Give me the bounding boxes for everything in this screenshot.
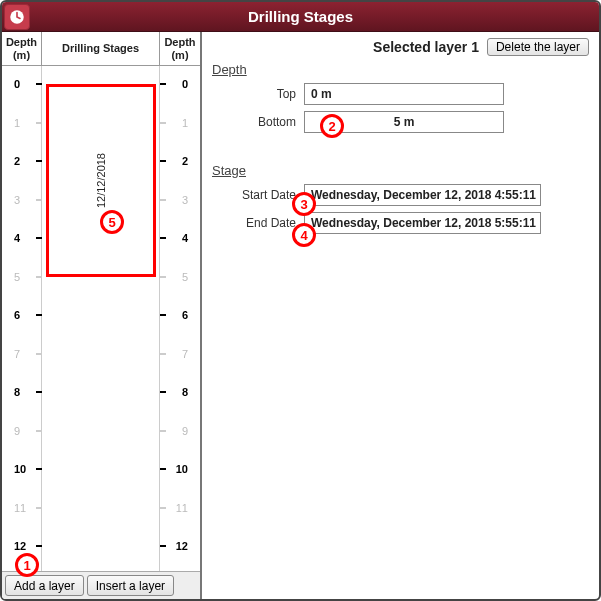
col-header-depth-right: Depth (m) — [160, 32, 200, 65]
end-date-row: End Date Wednesday, December 12, 2018 5:… — [212, 212, 589, 234]
delete-layer-button[interactable]: Delete the layer — [487, 38, 589, 56]
chart-area[interactable]: 0011223344556677889910101111121212/12/20… — [2, 66, 200, 571]
depth-tick: 66 — [2, 308, 200, 322]
depth-tick: 99 — [2, 424, 200, 438]
depth-group-label: Depth — [212, 62, 589, 77]
stage-layer-label: 12/12/2018 — [95, 153, 107, 208]
bottom-label: Bottom — [212, 115, 300, 129]
left-panel: Depth (m) Drilling Stages Depth (m) 0011… — [2, 32, 202, 599]
top-input[interactable]: 0 m — [304, 83, 504, 105]
clock-icon — [4, 4, 30, 30]
titlebar: Drilling Stages — [2, 2, 599, 32]
bottom-row: Bottom 5 m — [212, 111, 589, 133]
start-date-label: Start Date — [212, 188, 300, 202]
right-panel: Selected layer 1 Delete the layer Depth … — [202, 32, 599, 599]
top-label: Top — [212, 87, 300, 101]
end-date-input[interactable]: Wednesday, December 12, 2018 5:55:11 PM — [304, 212, 541, 234]
left-panel-footer: Add a layer Insert a layer — [2, 571, 200, 599]
depth-tick: 88 — [2, 385, 200, 399]
depth-tick: 77 — [2, 347, 200, 361]
stage-group-label: Stage — [212, 163, 589, 178]
top-row: Top 0 m — [212, 83, 589, 105]
depth-tick: 1010 — [2, 462, 200, 476]
start-date-row: Start Date Wednesday, December 12, 2018 … — [212, 184, 589, 206]
end-date-label: End Date — [212, 216, 300, 230]
bottom-input[interactable]: 5 m — [304, 111, 504, 133]
chart-header: Depth (m) Drilling Stages Depth (m) — [2, 32, 200, 66]
col-header-stages: Drilling Stages — [42, 32, 160, 65]
start-date-input[interactable]: Wednesday, December 12, 2018 4:55:11 PM — [304, 184, 541, 206]
insert-layer-button[interactable]: Insert a layer — [87, 575, 174, 596]
depth-tick: 1212 — [2, 539, 200, 553]
col-header-depth-left: Depth (m) — [2, 32, 42, 65]
stage-layer[interactable]: 12/12/2018 — [46, 84, 156, 277]
selected-layer-row: Selected layer 1 Delete the layer — [212, 38, 589, 56]
add-layer-button[interactable]: Add a layer — [5, 575, 84, 596]
depth-tick: 1111 — [2, 501, 200, 515]
selected-layer-label: Selected layer 1 — [373, 39, 479, 55]
window: Drilling Stages Depth (m) Drilling Stage… — [0, 0, 601, 601]
window-title: Drilling Stages — [2, 8, 599, 25]
body: Depth (m) Drilling Stages Depth (m) 0011… — [2, 32, 599, 599]
